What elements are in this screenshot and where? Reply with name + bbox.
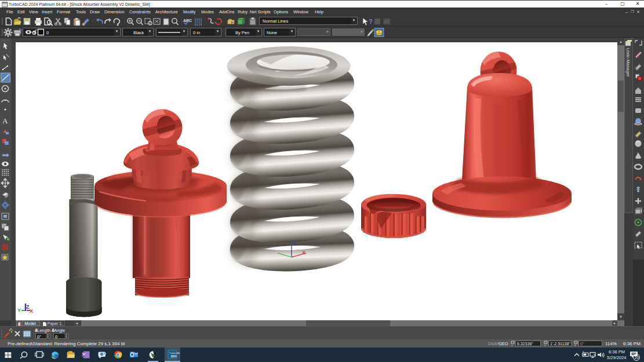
svg-text:?: ? — [369, 18, 373, 25]
svg-text:20: 20 — [635, 356, 639, 360]
svg-text:Y: Y — [17, 308, 21, 313]
svg-text:Z: Z — [293, 239, 296, 245]
svg-text:TurboCAD: TurboCAD — [169, 352, 180, 354]
svg-text:2024: 2024 — [171, 355, 177, 358]
svg-text:X: X — [30, 308, 33, 314]
svg-text:A: A — [2, 116, 8, 125]
svg-text:X: X — [302, 250, 305, 255]
